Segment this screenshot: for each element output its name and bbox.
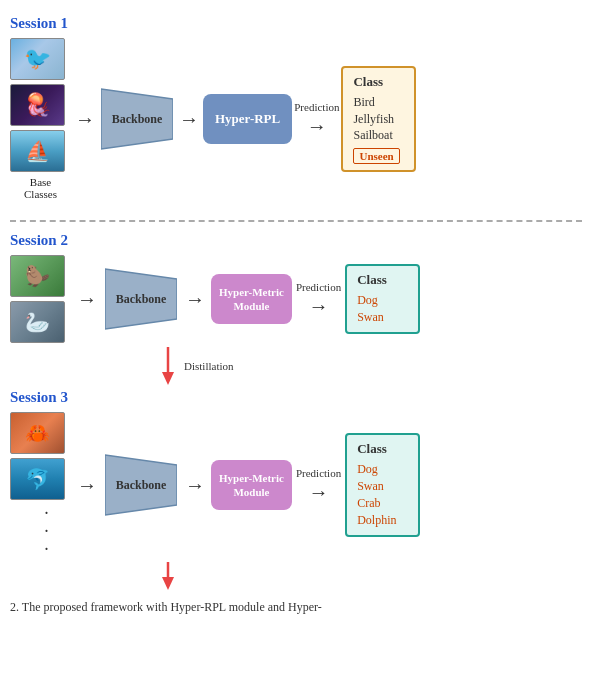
session1-row: BaseClasses → Backbone → Hyper-RPL Predi… (10, 38, 582, 200)
session3-class-swan: Swan (357, 478, 408, 495)
prediction-wrapper: Prediction → (294, 101, 339, 138)
session1-area: Session 1 BaseClasses → Backbone (10, 10, 582, 210)
session3-hyper-metric: Hyper-MetricModule (211, 460, 292, 510)
session3-class-crab: Crab (357, 495, 408, 512)
sessions-23-wrapper: Session 2 → Backbone → (10, 232, 582, 590)
caption-text: The proposed framework with Hyper-RPL mo… (22, 600, 322, 614)
dots: ··· (10, 504, 65, 558)
session1-backbone-label: Backbone (112, 112, 163, 127)
session2-area: Session 2 → Backbone → (10, 232, 582, 343)
session1-class-title: Class (353, 74, 404, 90)
session2-images (10, 255, 65, 343)
caption: 2. The proposed framework with Hyper-RPL… (10, 590, 582, 620)
unseen-badge: Unseen (353, 148, 399, 164)
session3-backbone: Backbone (105, 450, 177, 520)
bird-image (10, 38, 65, 80)
session3-images: ··· (10, 412, 65, 558)
goose-image (10, 301, 65, 343)
caption-number: 2. (10, 600, 19, 614)
arrow4: → (185, 288, 205, 311)
arrow6: → (185, 474, 205, 497)
prediction-wrapper3: Prediction → (296, 467, 341, 504)
base-classes-label: BaseClasses (10, 176, 71, 200)
session3-label: Session 3 (10, 389, 582, 406)
session2-backbone-label: Backbone (116, 292, 167, 307)
dashed-divider (10, 220, 582, 222)
jellyfish-image (10, 84, 65, 126)
hyper-rpl-label: Hyper-RPL (215, 111, 280, 127)
session2-class-swan: Swan (357, 309, 408, 326)
arrow3: → (77, 288, 97, 311)
session1-class-bird: Bird (353, 94, 404, 111)
session2-class-dog: Dog (357, 292, 408, 309)
session3-area: Session 3 ··· → Backbone (10, 389, 582, 558)
session2-label: Session 2 (10, 232, 582, 249)
hyper-rpl-box: Hyper-RPL (203, 94, 292, 144)
session1-class-box: Class Bird Jellyfish Sailboat Unseen (341, 66, 416, 172)
session2-module-label: Hyper-MetricModule (219, 285, 284, 314)
arrow5: → (77, 474, 97, 497)
arrow2: → (179, 108, 199, 131)
session2-backbone: Backbone (105, 264, 177, 334)
session3-class-title: Class (357, 441, 408, 457)
distillation-area: Distillation (10, 347, 582, 385)
session3-class-dolphin: Dolphin (357, 512, 408, 529)
arrow1: → (75, 108, 95, 131)
session3-backbone-label: Backbone (116, 478, 167, 493)
distillation-arrow (158, 347, 178, 385)
bottom-arrow-area (10, 562, 582, 590)
session3-class-dog: Dog (357, 461, 408, 478)
dolphin-image (10, 458, 65, 500)
prediction-label-3: Prediction (296, 467, 341, 479)
session1-class-jellyfish: Jellyfish (353, 111, 404, 128)
bottom-distillation-arrow (158, 562, 178, 590)
session3-module-label: Hyper-MetricModule (219, 471, 284, 500)
session1-backbone: Backbone (101, 84, 173, 154)
session2-class-box: Class Dog Swan (345, 264, 420, 334)
distillation-label: Distillation (184, 360, 234, 372)
prediction-label-1: Prediction (294, 101, 339, 113)
crab-image (10, 412, 65, 454)
svg-marker-6 (162, 577, 174, 590)
diagram-container: Session 1 BaseClasses → Backbone (0, 0, 592, 620)
session1-label: Session 1 (10, 15, 582, 32)
session3-class-box: Class Dog Swan Crab Dolphin (345, 433, 420, 536)
svg-marker-3 (162, 372, 174, 385)
beaver-image (10, 255, 65, 297)
prediction-wrapper2: Prediction → (296, 281, 341, 318)
session2-row: → Backbone → Hyper-MetricModule Predicti… (10, 255, 582, 343)
session1-class-sailboat: Sailboat (353, 127, 404, 144)
session2-class-title: Class (357, 272, 408, 288)
session2-hyper-metric: Hyper-MetricModule (211, 274, 292, 324)
session1-images-col: BaseClasses (10, 38, 71, 200)
sailboat-image (10, 130, 65, 172)
prediction-label-2: Prediction (296, 281, 341, 293)
session3-row: ··· → Backbone → Hyper-MetricModule (10, 412, 582, 558)
